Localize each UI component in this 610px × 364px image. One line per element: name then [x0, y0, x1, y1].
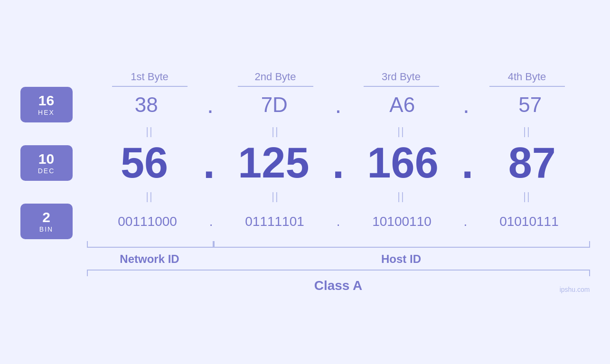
- bin-byte-3: 10100110: [341, 214, 462, 229]
- dec-badge: 10 DEC: [20, 145, 73, 181]
- hex-byte-4: 57: [470, 93, 590, 117]
- hex-dot-2: .: [334, 93, 343, 117]
- byte-header-2: 2nd Byte: [213, 71, 338, 87]
- hex-byte-1: 38: [87, 93, 206, 117]
- eq1-1: ||: [87, 125, 213, 138]
- hex-byte-2: 7D: [215, 93, 334, 117]
- bin-byte-4: 01010111: [468, 214, 590, 229]
- byte-header-4: 4th Byte: [464, 71, 590, 87]
- bin-byte-2: 01111101: [214, 214, 335, 229]
- bin-badge-label: BIN: [39, 225, 53, 233]
- dec-byte-3: 166: [345, 139, 460, 187]
- eq1-2: ||: [213, 125, 338, 138]
- dec-values: 56 . 125 . 166 . 87: [87, 139, 590, 187]
- equals-row-1: || || || ||: [87, 124, 590, 139]
- class-label: Class A: [87, 278, 590, 293]
- dec-row: 10 DEC 56 . 125 . 166 . 87: [20, 139, 590, 187]
- hex-badge-label: HEX: [38, 109, 55, 116]
- eq2-3: ||: [338, 190, 464, 203]
- watermark: ipshu.com: [560, 286, 590, 293]
- dec-badge-label: DEC: [38, 167, 55, 175]
- eq2-4: ||: [464, 190, 590, 203]
- eq1-3: ||: [338, 125, 464, 138]
- host-id-label: Host ID: [213, 252, 590, 266]
- bracket-bottom-row: [87, 241, 590, 251]
- dec-dot-2: .: [331, 142, 345, 185]
- bin-values: 00111000 . 01111101 . 10100110 . 0101011…: [87, 214, 590, 229]
- bin-dot-3: .: [463, 215, 469, 228]
- dec-dot-1: .: [202, 142, 216, 185]
- dec-byte-2: 125: [216, 139, 331, 187]
- network-bracket: [87, 241, 214, 248]
- bin-row: 2 BIN 00111000 . 01111101 . 10100110 . 0…: [20, 204, 590, 239]
- byte-headers-row: 1st Byte 2nd Byte 3rd Byte 4th Byte: [87, 71, 590, 87]
- dec-byte-1: 56: [87, 139, 202, 187]
- network-id-label: Network ID: [87, 252, 213, 266]
- hex-values: 38 . 7D . A6 . 57: [87, 93, 590, 117]
- bin-dot-2: .: [336, 215, 341, 228]
- eq2-2: ||: [213, 190, 338, 203]
- bin-byte-1: 00111000: [87, 214, 208, 229]
- eq1-4: ||: [464, 125, 590, 138]
- bin-badge-num: 2: [42, 210, 50, 224]
- eq2-1: ||: [87, 190, 213, 203]
- hex-dot-3: .: [462, 93, 470, 117]
- bin-badge: 2 BIN: [20, 204, 73, 239]
- byte-header-1: 1st Byte: [87, 71, 213, 87]
- main-container: 1st Byte 2nd Byte 3rd Byte 4th Byte 16 H…: [20, 71, 590, 293]
- dec-dot-3: .: [460, 142, 474, 185]
- hex-row: 16 HEX 38 . 7D . A6 . 57: [20, 87, 590, 122]
- hex-badge: 16 HEX: [20, 87, 73, 122]
- byte-header-3: 3rd Byte: [338, 71, 464, 87]
- class-bracket-top: [87, 270, 590, 276]
- hex-byte-3: A6: [342, 93, 462, 117]
- hex-dot-1: .: [206, 93, 215, 117]
- bin-dot-1: .: [208, 215, 214, 228]
- class-row: Class A: [87, 270, 590, 293]
- host-bracket: [214, 241, 590, 248]
- equals-row-2: || || || ||: [87, 189, 590, 204]
- dec-byte-4: 87: [474, 139, 590, 187]
- dec-badge-num: 10: [38, 152, 54, 166]
- hex-badge-num: 16: [38, 93, 54, 108]
- labels-row: Network ID Host ID: [87, 252, 590, 266]
